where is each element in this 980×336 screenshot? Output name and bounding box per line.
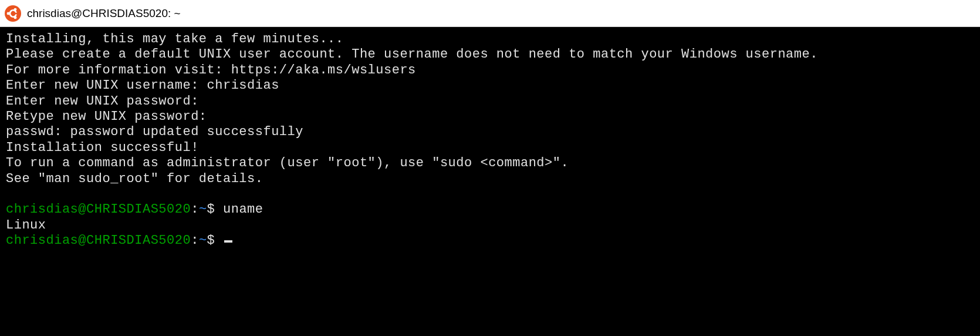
terminal-prompt-line: chrisdias@CHRISDIAS5020:~$ uname: [6, 202, 974, 217]
terminal-area[interactable]: Installing, this may take a few minutes.…: [0, 27, 980, 336]
cursor-space: [215, 233, 223, 248]
terminal-cursor: [224, 240, 232, 243]
prompt-user: chrisdias: [6, 233, 78, 248]
prompt-host: CHRISDIAS5020: [86, 233, 191, 248]
terminal-output-line: Enter new UNIX password:: [6, 94, 974, 109]
prompt-at: @: [78, 202, 86, 217]
prompt-user: chrisdias: [6, 202, 78, 217]
terminal-blank-line: [6, 187, 974, 202]
prompt-host: CHRISDIAS5020: [86, 202, 191, 217]
terminal-output-line: Retype new UNIX password:: [6, 109, 974, 125]
prompt-at: @: [78, 233, 86, 248]
prompt-dollar: $: [207, 202, 215, 217]
prompt-path: ~: [199, 233, 207, 248]
prompt-colon: :: [191, 202, 199, 217]
terminal-output-line: passwd: password updated successfully: [6, 125, 974, 140]
window-title: chrisdias@CHRISDIAS5020: ~: [27, 7, 181, 20]
terminal-output-line: See "man sudo_root" for details.: [6, 172, 974, 187]
terminal-output-line: Enter new UNIX username: chrisdias: [6, 78, 974, 93]
window-titlebar: chrisdias@CHRISDIAS5020: ~: [0, 0, 980, 27]
terminal-output-line: To run a command as administrator (user …: [6, 156, 974, 171]
terminal-output-line: Installation successful!: [6, 140, 974, 156]
terminal-output-line: Installing, this may take a few minutes.…: [6, 32, 974, 47]
terminal-output-line: Linux: [6, 218, 974, 233]
prompt-path: ~: [199, 202, 207, 217]
command-text: [215, 202, 223, 217]
prompt-colon: :: [191, 233, 199, 248]
terminal-prompt-line: chrisdias@CHRISDIAS5020:~$: [6, 233, 974, 248]
terminal-output-line: For more information visit: https://aka.…: [6, 63, 974, 78]
prompt-dollar: $: [207, 233, 215, 248]
ubuntu-icon: [5, 5, 21, 22]
terminal-output-line: Please create a default UNIX user accoun…: [6, 47, 974, 62]
command-text: uname: [223, 202, 263, 217]
